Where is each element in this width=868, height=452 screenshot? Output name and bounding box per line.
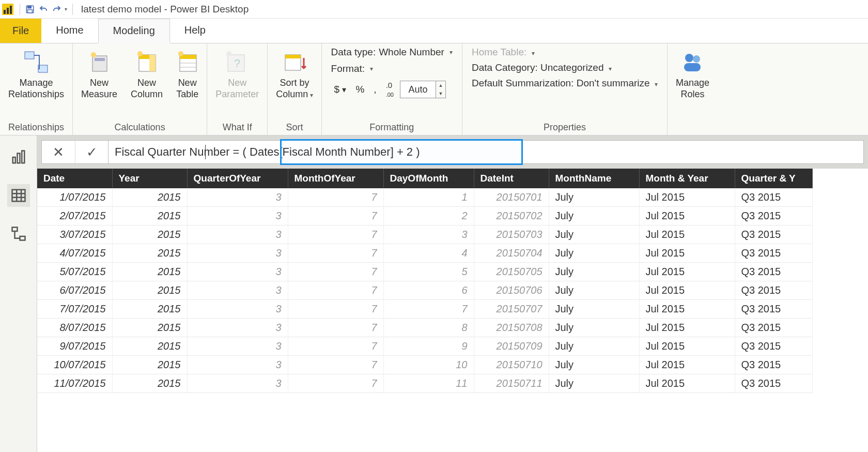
redo-button[interactable] [50, 3, 64, 16]
save-button[interactable] [23, 3, 37, 16]
cell-monthyear[interactable]: Jul 2015 [639, 244, 735, 263]
cell-quarter[interactable]: 3 [187, 281, 288, 300]
cell-monthname[interactable]: July [549, 263, 639, 281]
cell-quarteryear[interactable]: Q3 2015 [735, 281, 812, 300]
cell-quarteryear[interactable]: Q3 2015 [735, 207, 812, 225]
decimal-places-spinner[interactable]: ▲▼ [436, 81, 446, 98]
cell-day[interactable]: 4 [383, 244, 474, 263]
table-row[interactable]: 4/07/2015201537420150704JulyJul 2015Q3 2… [37, 244, 812, 263]
cell-month[interactable]: 7 [288, 319, 383, 337]
cell-monthname[interactable]: July [549, 374, 639, 393]
col-header-quarteryear[interactable]: Quarter & Y [735, 169, 812, 188]
table-row[interactable]: 11/07/20152015371120150711JulyJul 2015Q3… [37, 374, 812, 393]
percent-format-button[interactable]: % [352, 83, 367, 96]
cell-date[interactable]: 2/07/2015 [37, 207, 112, 225]
tab-modeling[interactable]: Modeling [98, 19, 170, 43]
cell-day[interactable]: 11 [383, 374, 474, 393]
cell-monthyear[interactable]: Jul 2015 [639, 188, 735, 207]
cell-day[interactable]: 5 [383, 263, 474, 281]
cell-month[interactable]: 7 [288, 263, 383, 281]
cell-dateint[interactable]: 20150708 [474, 319, 549, 337]
table-row[interactable]: 9/07/2015201537920150709JulyJul 2015Q3 2… [37, 337, 812, 356]
cell-date[interactable]: 10/07/2015 [37, 356, 112, 374]
cell-dateint[interactable]: 20150710 [474, 356, 549, 374]
cell-month[interactable]: 7 [288, 244, 383, 263]
new-column-button[interactable]: New Column [128, 47, 166, 102]
cell-quarteryear[interactable]: Q3 2015 [735, 263, 812, 281]
undo-button[interactable] [37, 3, 50, 16]
cell-quarter[interactable]: 3 [187, 356, 288, 374]
cell-quarteryear[interactable]: Q3 2015 [735, 300, 812, 319]
tab-home[interactable]: Home [41, 19, 98, 43]
manage-roles-button[interactable]: Manage Roles [673, 47, 712, 102]
cell-year[interactable]: 2015 [112, 263, 187, 281]
cell-quarter[interactable]: 3 [187, 207, 288, 225]
cell-monthyear[interactable]: Jul 2015 [639, 300, 735, 319]
cell-dateint[interactable]: 20150709 [474, 337, 549, 356]
cell-date[interactable]: 11/07/2015 [37, 374, 112, 393]
col-header-date[interactable]: Date [37, 169, 112, 188]
cell-quarteryear[interactable]: Q3 2015 [735, 374, 812, 393]
new-parameter-button[interactable]: ? New Parameter [212, 47, 262, 102]
cell-dateint[interactable]: 20150705 [474, 263, 549, 281]
cell-dateint[interactable]: 20150706 [474, 281, 549, 300]
new-table-button[interactable]: New Table [173, 47, 202, 102]
cell-quarteryear[interactable]: Q3 2015 [735, 337, 812, 356]
cell-day[interactable]: 3 [383, 225, 474, 244]
cell-year[interactable]: 2015 [112, 356, 187, 374]
cell-monthyear[interactable]: Jul 2015 [639, 225, 735, 244]
cell-monthname[interactable]: July [549, 244, 639, 263]
col-header-dateint[interactable]: DateInt [474, 169, 549, 188]
cell-monthyear[interactable]: Jul 2015 [639, 374, 735, 393]
table-row[interactable]: 2/07/2015201537220150702JulyJul 2015Q3 2… [37, 207, 812, 225]
cell-month[interactable]: 7 [288, 300, 383, 319]
table-row[interactable]: 3/07/2015201537320150703JulyJul 2015Q3 2… [37, 225, 812, 244]
model-view-button[interactable] [7, 222, 30, 245]
manage-relationships-button[interactable]: Manage Relationships [5, 47, 67, 102]
comma-format-button[interactable]: , [370, 83, 379, 96]
cell-quarter[interactable]: 3 [187, 244, 288, 263]
cell-year[interactable]: 2015 [112, 374, 187, 393]
table-row[interactable]: 5/07/2015201537520150705JulyJul 2015Q3 2… [37, 263, 812, 281]
cell-quarter[interactable]: 3 [187, 300, 288, 319]
cell-year[interactable]: 2015 [112, 188, 187, 207]
cell-date[interactable]: 9/07/2015 [37, 337, 112, 356]
cell-day[interactable]: 2 [383, 207, 474, 225]
cell-monthyear[interactable]: Jul 2015 [639, 356, 735, 374]
formula-input[interactable]: Fiscal Quarter Number = ( Dates[Fiscal M… [109, 140, 864, 164]
cell-date[interactable]: 5/07/2015 [37, 263, 112, 281]
cell-monthname[interactable]: July [549, 207, 639, 225]
cell-day[interactable]: 6 [383, 281, 474, 300]
cell-dateint[interactable]: 20150704 [474, 244, 549, 263]
cell-year[interactable]: 2015 [112, 281, 187, 300]
cell-day[interactable]: 10 [383, 356, 474, 374]
data-grid[interactable]: Date Year QuarterOfYear MonthOfYear DayO… [37, 169, 868, 452]
cell-year[interactable]: 2015 [112, 337, 187, 356]
cell-quarteryear[interactable]: Q3 2015 [735, 225, 812, 244]
cell-monthname[interactable]: July [549, 225, 639, 244]
cell-quarteryear[interactable]: Q3 2015 [735, 319, 812, 337]
cell-year[interactable]: 2015 [112, 244, 187, 263]
default-summarization-selector[interactable]: Default Summarization: Don't summarize ▾ [472, 78, 658, 89]
tab-help[interactable]: Help [170, 19, 220, 43]
cell-monthname[interactable]: July [549, 337, 639, 356]
cell-monthname[interactable]: July [549, 188, 639, 207]
cell-monthyear[interactable]: Jul 2015 [639, 337, 735, 356]
currency-format-button[interactable]: $ ▾ [331, 83, 350, 96]
format-selector[interactable]: Format: ▾ [331, 63, 453, 74]
cell-day[interactable]: 8 [383, 319, 474, 337]
cell-monthname[interactable]: July [549, 300, 639, 319]
cell-month[interactable]: 7 [288, 356, 383, 374]
col-header-monthname[interactable]: MonthName [549, 169, 639, 188]
cell-date[interactable]: 1/07/2015 [37, 188, 112, 207]
sort-by-column-button[interactable]: Sort by Column [273, 47, 316, 102]
col-header-monthofyear[interactable]: MonthOfYear [288, 169, 383, 188]
cell-month[interactable]: 7 [288, 374, 383, 393]
cell-monthname[interactable]: July [549, 281, 639, 300]
col-header-year[interactable]: Year [112, 169, 187, 188]
cell-month[interactable]: 7 [288, 188, 383, 207]
cell-date[interactable]: 4/07/2015 [37, 244, 112, 263]
new-measure-button[interactable]: New Measure [78, 47, 120, 102]
data-view-button[interactable] [7, 184, 30, 207]
cell-quarter[interactable]: 3 [187, 374, 288, 393]
